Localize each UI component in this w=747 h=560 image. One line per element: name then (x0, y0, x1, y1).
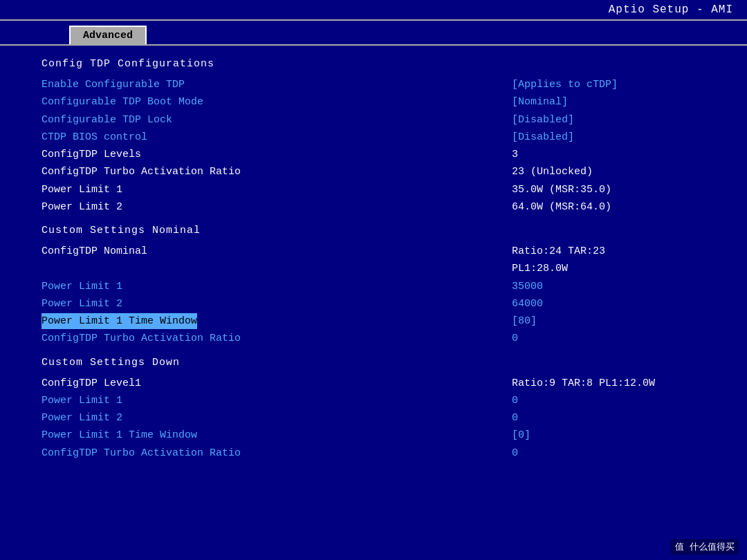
section2-title: Custom Settings Nominal (42, 225, 706, 236)
row-down-pl1[interactable]: Power Limit 1 0 (42, 393, 706, 409)
label-boot-mode: Configurable TDP Boot Mode (42, 94, 203, 110)
row-nom-tar[interactable]: ConfigTDP Turbo Activation Ratio 0 (42, 330, 706, 346)
label-tdp-lock: Configurable TDP Lock (42, 112, 172, 128)
row-nominal: ConfigTDP Nominal Ratio:24 TAR:23 (42, 243, 706, 259)
label-nom-tar: ConfigTDP Turbo Activation Ratio (42, 330, 241, 346)
row-boot-mode[interactable]: Configurable TDP Boot Mode [Nominal] (42, 94, 706, 110)
label-ctdp-turbo-ratio: ConfigTDP Turbo Activation Ratio (42, 164, 241, 180)
value-down-tw: [0] (498, 427, 706, 443)
label-level1: ConfigTDP Level1 (42, 375, 141, 391)
value-nominal-pl1: PL1:28.0W (498, 261, 706, 277)
value-ctdp-bios: [Disabled] (498, 129, 706, 145)
value-nom-pl1: 35000 (498, 279, 706, 295)
row-tdp-lock[interactable]: Configurable TDP Lock [Disabled] (42, 112, 706, 128)
label-nom-pl2: Power Limit 2 (42, 296, 122, 312)
value-pl1: 35.0W (MSR:35.0) (498, 182, 706, 198)
label-nominal-pl1 (42, 261, 48, 277)
watermark: 值 什么值得买 (671, 539, 739, 554)
label-pl1: Power Limit 1 (42, 182, 122, 198)
row-level1: ConfigTDP Level1 Ratio:9 TAR:8 PL1:12.0W (42, 375, 706, 391)
label-ctdp-levels: ConfigTDP Levels (42, 147, 141, 162)
value-nom-tar: 0 (498, 330, 706, 346)
row-pl1: Power Limit 1 35.0W (MSR:35.0) (42, 182, 706, 198)
value-down-pl1: 0 (498, 393, 706, 409)
row-nom-pl2[interactable]: Power Limit 2 64000 (42, 296, 706, 312)
label-ctdp-bios: CTDP BIOS control (42, 129, 147, 145)
value-ctdp-turbo-ratio: 23 (Unlocked) (498, 164, 706, 180)
value-boot-mode: [Nominal] (498, 94, 706, 110)
row-ctdp-bios[interactable]: CTDP BIOS control [Disabled] (42, 129, 706, 145)
value-nom-pl2: 64000 (498, 296, 706, 312)
row-enable-ctdp[interactable]: Enable Configurable TDP [Applies to cTDP… (42, 77, 706, 93)
label-enable-ctdp: Enable Configurable TDP (42, 77, 185, 93)
value-down-pl2: 0 (498, 410, 706, 426)
row-ctdp-turbo-ratio: ConfigTDP Turbo Activation Ratio 23 (Unl… (42, 164, 706, 180)
value-nominal: Ratio:24 TAR:23 (498, 243, 706, 259)
value-ctdp-levels: 3 (498, 147, 706, 162)
tab-row: Advanced (0, 21, 747, 46)
label-pl2: Power Limit 2 (42, 199, 122, 215)
tab-advanced[interactable]: Advanced (69, 26, 147, 44)
row-nom-pl1[interactable]: Power Limit 1 35000 (42, 279, 706, 295)
row-down-tar[interactable]: ConfigTDP Turbo Activation Ratio 0 (42, 445, 706, 461)
row-down-tw[interactable]: Power Limit 1 Time Window [0] (42, 427, 706, 443)
section3-title: Custom Settings Down (42, 357, 706, 368)
label-nominal: ConfigTDP Nominal (42, 243, 147, 259)
value-pl2: 64.0W (MSR:64.0) (498, 199, 706, 215)
value-level1: Ratio:9 TAR:8 PL1:12.0W (498, 375, 706, 391)
value-enable-ctdp: [Applies to cTDP] (498, 77, 706, 93)
row-nom-tw[interactable]: Power Limit 1 Time Window [80] (42, 313, 706, 329)
row-down-pl2[interactable]: Power Limit 2 0 (42, 410, 706, 426)
label-nom-pl1: Power Limit 1 (42, 279, 122, 295)
main-content: Config TDP Configurations Enable Configu… (0, 46, 747, 559)
value-down-tar: 0 (498, 445, 706, 461)
row-nominal-pl1: PL1:28.0W (42, 261, 706, 277)
row-pl2: Power Limit 2 64.0W (MSR:64.0) (42, 199, 706, 215)
label-nom-tw[interactable]: Power Limit 1 Time Window (42, 313, 197, 329)
label-down-tar: ConfigTDP Turbo Activation Ratio (42, 445, 241, 461)
row-ctdp-levels: ConfigTDP Levels 3 (42, 147, 706, 162)
value-nom-tw: [80] (498, 313, 706, 329)
top-bar: Aptio Setup - AMI (0, 0, 747, 21)
label-down-pl1: Power Limit 1 (42, 393, 122, 409)
value-tdp-lock: [Disabled] (498, 112, 706, 128)
label-down-pl2: Power Limit 2 (42, 410, 122, 426)
section1-title: Config TDP Configurations (42, 58, 706, 70)
label-down-tw: Power Limit 1 Time Window (42, 427, 197, 443)
app-title: Aptio Setup - AMI (609, 3, 733, 16)
